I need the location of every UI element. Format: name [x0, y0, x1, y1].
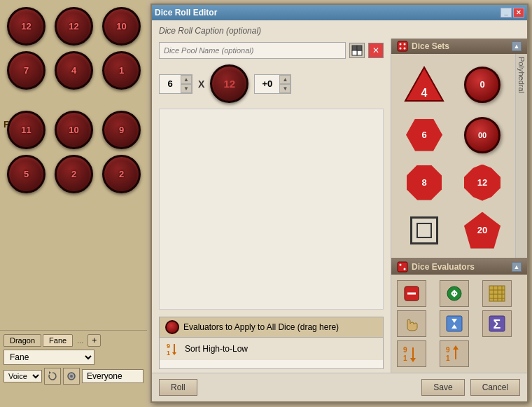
svg-point-19: [400, 264, 402, 266]
die-set-d12[interactable]: 12: [455, 160, 510, 205]
selected-die[interactable]: 12: [210, 64, 248, 103]
pool-name-row: ✕: [159, 42, 384, 59]
recycle-icon: [444, 284, 464, 303]
die-item[interactable]: 4: [55, 51, 93, 90]
svg-rect-6: [357, 46, 362, 50]
bottom-right: Save Cancel: [421, 379, 520, 396]
modifier-input[interactable]: +0: [255, 78, 279, 89]
sort-1to9-icon: 9 1: [444, 344, 464, 364]
die-item[interactable]: 9: [102, 111, 141, 149]
die-set-d100[interactable]: 00: [455, 113, 510, 157]
dialog-content: Dice Roll Caption (optional): [152, 20, 527, 401]
die-item[interactable]: 2: [102, 155, 141, 193]
dice-sets-container: 4 0 6: [391, 54, 527, 258]
die-item[interactable]: 12: [55, 7, 93, 46]
refresh-button[interactable]: [44, 368, 61, 385]
die-item[interactable]: 11: [7, 111, 46, 149]
pool-name-input[interactable]: [159, 42, 346, 59]
tab-dragon[interactable]: Dragon: [4, 334, 41, 347]
eval-icon-sigma[interactable]: Σ: [482, 310, 512, 337]
die-item[interactable]: 10: [102, 7, 141, 46]
svg-text:1: 1: [167, 350, 170, 357]
modifier-up[interactable]: ▲: [279, 75, 290, 84]
die-set-d6[interactable]: 6: [397, 113, 451, 157]
evaluators-section: Evaluators to Apply to All Dice (drag he…: [159, 317, 384, 369]
roll-button[interactable]: Roll: [159, 379, 197, 396]
collapse-evaluators-button[interactable]: ▲: [512, 262, 522, 272]
svg-point-20: [404, 268, 406, 270]
eval-icon-remove[interactable]: [397, 280, 426, 307]
dialog-right: Dice Sets ▲ 4: [391, 39, 527, 373]
dialog-main: ✕ 6 ▲ ▼ X 12: [152, 39, 527, 373]
die-set-d20[interactable]: 20: [455, 208, 510, 252]
dice-sets-header: Dice Sets ▲: [391, 39, 527, 54]
eval-icon-hand[interactable]: [397, 310, 426, 337]
eval-dice-icon: [165, 320, 179, 334]
controls-row: Voice Everyone: [4, 368, 144, 385]
pool-delete-button[interactable]: ✕: [368, 43, 384, 58]
spinner-up[interactable]: ▲: [181, 75, 192, 84]
cancel-button[interactable]: Cancel: [470, 379, 520, 396]
fane-select[interactable]: Fane: [4, 350, 94, 365]
eval-icon-sort-expand[interactable]: [440, 310, 469, 337]
bottom-left: Roll: [159, 379, 197, 396]
die-set-d4[interactable]: 4: [397, 60, 451, 109]
close-button[interactable]: ✕: [513, 8, 524, 18]
eval-item-sort[interactable]: 9 1 Sort High-to-Low: [160, 338, 383, 360]
eval-icon-sort-91[interactable]: 9 1: [397, 340, 426, 367]
svg-rect-4: [357, 50, 362, 55]
die-item[interactable]: 2: [55, 155, 93, 193]
svg-rect-5: [352, 50, 357, 55]
dice-count-input[interactable]: 6: [160, 78, 181, 89]
dice-evaluators-panel: Dice Evaluators ▲: [391, 258, 527, 373]
titlebar-controls: _ ✕: [500, 8, 524, 18]
dialog-caption: Dice Roll Caption (optional): [152, 20, 527, 39]
die-item[interactable]: 1: [102, 51, 141, 90]
sort-expand-icon: [444, 314, 464, 333]
bottom-dice-grid: 11 10 9 5 2 2: [0, 97, 147, 200]
svg-rect-25: [489, 286, 505, 301]
dice-evaluators-title: Dice Evaluators: [412, 262, 475, 272]
die-set-d10[interactable]: 0: [455, 60, 510, 109]
pool-color-button[interactable]: [349, 43, 365, 58]
dialog-left: ✕ 6 ▲ ▼ X 12: [152, 39, 391, 373]
svg-point-12: [400, 43, 402, 46]
spinner-down[interactable]: ▼: [181, 84, 192, 93]
tab-plus-button[interactable]: +: [88, 334, 101, 347]
die-type-label: 12: [224, 78, 236, 90]
modifier-down[interactable]: ▼: [279, 84, 290, 93]
die-item[interactable]: 12: [7, 7, 46, 46]
svg-rect-18: [398, 262, 407, 272]
die-set-custom[interactable]: [397, 208, 451, 252]
eval-icon-recycle[interactable]: [440, 280, 469, 307]
settings-button[interactable]: [63, 368, 80, 385]
dice-roll-editor-dialog: Dice Roll Editor _ ✕ Dice Roll Caption (…: [150, 4, 528, 403]
sort-high-low-icon: 9 1: [165, 341, 181, 357]
color-icon: [351, 45, 363, 56]
tab-fane[interactable]: Fane: [43, 334, 73, 347]
sort-icon: 9 1: [165, 341, 181, 357]
svg-marker-44: [453, 345, 458, 350]
svg-text:1: 1: [403, 354, 407, 362]
eval-icon-table[interactable]: [482, 280, 512, 307]
eval-icons-grid: Σ 9 1: [391, 275, 527, 373]
svg-rect-3: [352, 46, 357, 50]
die-item[interactable]: 10: [55, 111, 93, 149]
refresh-icon: [48, 371, 57, 381]
svg-point-2: [70, 375, 73, 378]
save-button[interactable]: Save: [421, 379, 464, 396]
die-item[interactable]: 5: [7, 155, 46, 193]
tab-dots[interactable]: ...: [74, 335, 86, 346]
voice-select[interactable]: Voice: [4, 370, 42, 382]
svg-text:Σ: Σ: [493, 317, 501, 331]
left-panel: 12 12 10 7 4 1 Fane: 11 10 9 5 2 2 Drago…: [0, 0, 147, 407]
eval-icon-sort-19[interactable]: 9 1: [440, 340, 469, 367]
die-set-d8[interactable]: 8: [397, 160, 451, 205]
dice-drop-area[interactable]: [159, 109, 384, 310]
die-item[interactable]: 7: [7, 51, 46, 90]
minimize-button[interactable]: _: [500, 8, 512, 18]
svg-text:9: 9: [403, 346, 407, 354]
everyone-label: Everyone: [82, 369, 144, 383]
collapse-dice-sets-button[interactable]: ▲: [512, 41, 522, 51]
dialog-titlebar: Dice Roll Editor _ ✕: [152, 5, 527, 20]
